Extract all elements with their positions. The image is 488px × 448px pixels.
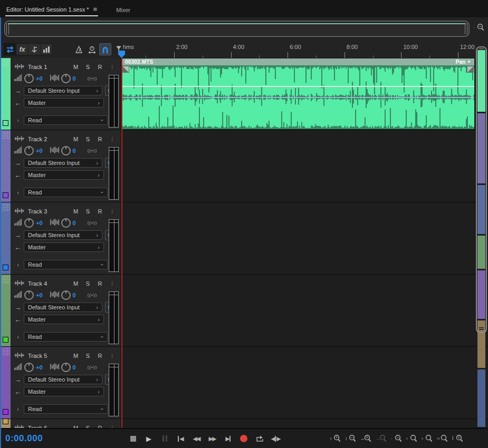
monitor-input-icon[interactable]: ((•)) <box>88 365 97 369</box>
scrollbar-grip-bottom[interactable] <box>479 327 484 330</box>
record-button[interactable] <box>237 432 250 445</box>
scrollbar-track-segment[interactable] <box>477 369 485 427</box>
mute-button[interactable]: M <box>70 353 82 359</box>
monitor-input-icon[interactable]: ((•)) <box>88 148 97 153</box>
zoom-in-time-button[interactable]: ↔+ <box>360 433 373 444</box>
input-select[interactable]: Default Stereo Input › <box>24 158 102 168</box>
timeline-ruler[interactable]: hms 2:004:006:008:0010:0012:00 <box>121 41 488 58</box>
solo-button[interactable]: S <box>82 208 94 215</box>
output-select[interactable]: Master › <box>24 170 104 180</box>
fade-in-handle[interactable] <box>122 66 129 73</box>
automation-expand-icon[interactable]: › <box>14 189 22 196</box>
scrollbar-track-segment[interactable] <box>477 236 485 269</box>
automation-expand-icon[interactable]: › <box>14 334 22 340</box>
snap-toggle[interactable] <box>99 43 111 55</box>
record-arm-button[interactable]: R <box>94 208 106 215</box>
scrollbar-grip-top[interactable] <box>479 47 484 50</box>
track-lane[interactable] <box>121 347 488 418</box>
track-drag-grip-icon[interactable] <box>2 276 9 284</box>
mute-button[interactable]: M <box>70 280 82 287</box>
tab-editor[interactable]: Editor: Untitled Session 1.sesx * ≡ <box>0 5 102 17</box>
volume-knob[interactable] <box>24 74 34 83</box>
monitor-input-icon[interactable]: ((•)) <box>88 76 97 81</box>
volume-knob[interactable] <box>24 218 34 228</box>
volume-value[interactable]: +0 <box>36 148 43 154</box>
automation-mode-select[interactable]: Read › <box>24 188 108 197</box>
input-select[interactable]: Default Stereo Input › <box>24 86 102 95</box>
monitor-input-icon[interactable]: ((•)) <box>88 293 97 297</box>
automation-mode-select[interactable]: Read › <box>24 115 108 125</box>
solo-button[interactable]: S <box>82 280 94 287</box>
pan-knob[interactable] <box>61 146 71 155</box>
clip-header[interactable]: 00302.MTS Pan ▼ <box>122 59 474 65</box>
monitor-input-icon[interactable]: ((•)) <box>88 220 97 225</box>
rewind-button[interactable]: ◀◀ <box>190 432 203 445</box>
volume-knob[interactable] <box>24 290 34 300</box>
track-lane[interactable] <box>121 419 488 428</box>
automation-expand-icon[interactable]: › <box>14 406 22 412</box>
mute-button[interactable]: M <box>70 64 82 70</box>
automation-mode-select[interactable]: Read › <box>24 260 108 269</box>
zoom-navigator[interactable] <box>4 21 470 37</box>
track-color-strip[interactable] <box>1 275 11 346</box>
record-arm-button[interactable]: R <box>94 353 106 359</box>
automation-expand-icon[interactable]: › <box>14 117 22 123</box>
solo-button[interactable]: S <box>82 353 94 359</box>
output-select[interactable]: Master › <box>24 387 104 396</box>
mute-button[interactable]: M <box>70 208 82 215</box>
zoom-in-amplitude-button[interactable]: ↕+ <box>329 433 342 444</box>
pause-button[interactable] <box>158 432 171 445</box>
automation-mode-select[interactable]: Read › <box>24 404 108 414</box>
clip-envelope-dropdown-icon[interactable]: ▼ <box>467 60 471 64</box>
fast-forward-button[interactable]: ▶▶ <box>206 432 218 445</box>
input-monitor-button[interactable]: I <box>106 136 118 142</box>
track-color-swatch[interactable] <box>3 192 8 198</box>
zoom-out-full-button[interactable]: ·− <box>390 433 404 444</box>
track-color-strip[interactable] <box>1 419 11 428</box>
pan-knob[interactable] <box>61 290 71 300</box>
levels-tool[interactable] <box>41 44 52 55</box>
fx-tool[interactable]: fx <box>16 44 28 55</box>
output-select[interactable]: Master › <box>24 242 104 252</box>
zoom-out-amplitude-button[interactable]: ↕− <box>345 433 358 444</box>
input-select[interactable]: Default Stereo Input › <box>24 303 102 312</box>
track-drag-grip-icon[interactable] <box>2 131 9 139</box>
go-to-end-button[interactable]: ▶ <box>222 432 234 445</box>
track-name[interactable]: Track 5 <box>28 353 70 359</box>
move-tool[interactable] <box>4 44 16 55</box>
track-drag-grip-icon[interactable] <box>2 59 9 67</box>
scrollbar-track-segment[interactable] <box>477 185 485 234</box>
mute-button[interactable]: M <box>70 136 82 142</box>
pan-envelope-line[interactable] <box>122 97 474 98</box>
time-display[interactable]: 0:00.000 <box>5 433 43 444</box>
zoom-in-at-out-point-button[interactable]: › <box>421 433 434 444</box>
zoom-to-playhead-button[interactable]: Ī+ <box>452 433 465 444</box>
scrollbar-track-segment[interactable] <box>477 270 485 319</box>
pan-value[interactable]: 0 <box>73 292 76 298</box>
zoom-in-at-in-point-button[interactable]: ‹ <box>406 433 419 444</box>
solo-button[interactable]: S <box>82 64 94 70</box>
pan-value[interactable]: 0 <box>73 75 76 82</box>
clip-envelope-selector[interactable]: Pan <box>456 59 465 65</box>
zoom-out-full-icon[interactable]: ·− <box>473 23 485 33</box>
volume-knob[interactable] <box>24 146 34 155</box>
track-name[interactable]: Track 1 <box>28 64 70 70</box>
record-arm-button[interactable]: R <box>94 64 106 70</box>
output-select[interactable]: Master › <box>24 98 104 108</box>
tab-mixer[interactable]: Mixer <box>102 7 136 17</box>
pan-knob[interactable] <box>61 74 71 83</box>
input-monitor-button[interactable]: I <box>106 353 118 359</box>
input-monitor-button[interactable]: I <box>106 280 118 287</box>
fade-out-handle[interactable] <box>467 66 474 73</box>
input-monitor-button[interactable]: I <box>106 208 118 215</box>
vertical-track-scrollbar[interactable] <box>477 46 486 428</box>
track-name[interactable]: Track 2 <box>28 136 70 142</box>
scrollbar-track-segment[interactable] <box>477 113 485 183</box>
track-color-strip[interactable] <box>1 130 11 202</box>
pan-value[interactable]: 0 <box>73 148 76 154</box>
volume-value[interactable]: +0 <box>36 364 43 371</box>
navigator-left-handle[interactable] <box>6 23 9 34</box>
volume-value[interactable]: +0 <box>36 220 43 226</box>
track-color-strip[interactable] <box>1 202 11 274</box>
track-lane[interactable] <box>121 130 488 202</box>
